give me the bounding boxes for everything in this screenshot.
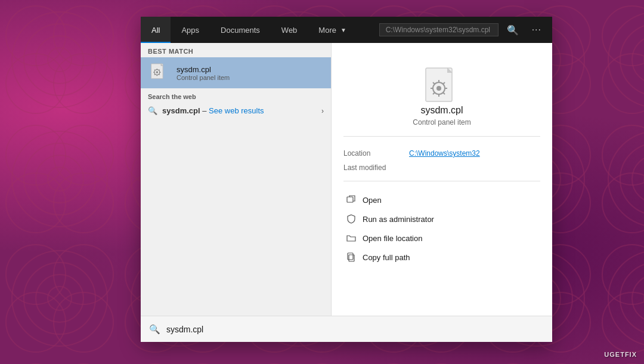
action-open-label: Open	[363, 196, 382, 205]
web-link-text: See web results	[209, 106, 264, 115]
nav-search-text: C:\Windows\system32\sysdm.cpl	[386, 26, 490, 34]
svg-rect-0	[151, 64, 163, 79]
file-preview-type: Control panel item	[413, 118, 470, 127]
tab-web[interactable]: Web	[271, 17, 308, 43]
svg-line-12	[154, 74, 155, 75]
result-subtitle: Control panel item	[177, 74, 230, 81]
action-copy-full-path-label: Copy full path	[363, 253, 410, 262]
tab-more[interactable]: More ▼	[308, 17, 357, 43]
search-panel: All Apps Documents Web More ▼ C:\Windows…	[141, 17, 552, 342]
location-value[interactable]: C:\Windows\system32	[409, 149, 480, 158]
best-match-label: Best match	[141, 43, 331, 57]
bottom-search-text: sysdm.cpl	[166, 325, 203, 334]
watermark: UGETFIX	[604, 351, 637, 358]
svg-line-9	[154, 70, 155, 70]
divider	[343, 181, 540, 181]
chevron-down-icon: ▼	[340, 27, 346, 33]
tab-all[interactable]: All	[141, 17, 171, 43]
action-run-as-admin[interactable]: Run as administrator	[343, 210, 540, 228]
tab-documents[interactable]: Documents	[210, 17, 271, 43]
action-copy-full-path[interactable]: Copy full path	[343, 248, 540, 266]
search-icon: 🔍	[507, 24, 519, 36]
svg-line-10	[159, 74, 159, 75]
file-preview-name: sysdm.cpl	[420, 105, 463, 116]
web-search-icon: 🔍	[148, 106, 157, 115]
last-modified-row: Last modified	[343, 161, 540, 175]
location-row: Location C:\Windows\system32	[343, 146, 540, 161]
best-match-item[interactable]: sysdm.cpl Control panel item	[141, 57, 331, 88]
nav-search-box[interactable]: C:\Windows\system32\sysdm.cpl	[379, 23, 499, 36]
result-file-icon	[148, 62, 169, 84]
action-open-file-location-label: Open file location	[363, 234, 422, 243]
file-preview-icon	[425, 67, 459, 105]
nav-search-button[interactable]: 🔍	[502, 21, 524, 39]
open-icon	[346, 195, 357, 205]
web-search-text: sysdm.cpl – See web results	[162, 106, 317, 115]
svg-point-4	[156, 71, 159, 73]
content-area: Best match	[141, 43, 552, 342]
shield-icon	[346, 214, 357, 224]
svg-rect-28	[348, 253, 353, 260]
copy-icon	[346, 252, 357, 263]
bottom-search-icon: 🔍	[149, 324, 160, 335]
chevron-right-icon: ›	[321, 107, 324, 115]
svg-rect-26	[347, 197, 353, 202]
web-query: sysdm.cpl	[162, 106, 200, 115]
svg-point-17	[436, 86, 441, 91]
web-search-item[interactable]: 🔍 sysdm.cpl – See web results ›	[141, 103, 331, 119]
tab-apps[interactable]: Apps	[171, 17, 210, 43]
action-open-file-location[interactable]: Open file location	[343, 229, 540, 247]
cpl-file-icon-svg	[149, 63, 168, 82]
ellipsis-icon: ···	[532, 24, 541, 35]
action-run-as-admin-label: Run as administrator	[363, 215, 434, 224]
nav-bar: All Apps Documents Web More ▼ C:\Windows…	[141, 17, 552, 43]
bottom-search-bar: 🔍 sysdm.cpl	[141, 316, 552, 342]
action-open[interactable]: Open	[343, 191, 540, 209]
svg-rect-27	[349, 255, 354, 261]
web-section-label: Search the web	[141, 88, 331, 103]
location-label: Location	[343, 149, 397, 158]
folder-icon	[346, 233, 357, 243]
left-panel: Best match	[141, 43, 332, 342]
action-list: Open Run as administrator Open file loca…	[343, 191, 540, 266]
result-name: sysdm.cpl	[177, 65, 230, 74]
nav-more-button[interactable]: ···	[527, 21, 546, 39]
file-preview: sysdm.cpl Control panel item	[343, 55, 540, 137]
svg-line-11	[159, 70, 159, 70]
result-text-group: sysdm.cpl Control panel item	[177, 65, 230, 81]
right-panel: sysdm.cpl Control panel item Location C:…	[332, 43, 552, 342]
last-modified-label: Last modified	[343, 164, 397, 172]
